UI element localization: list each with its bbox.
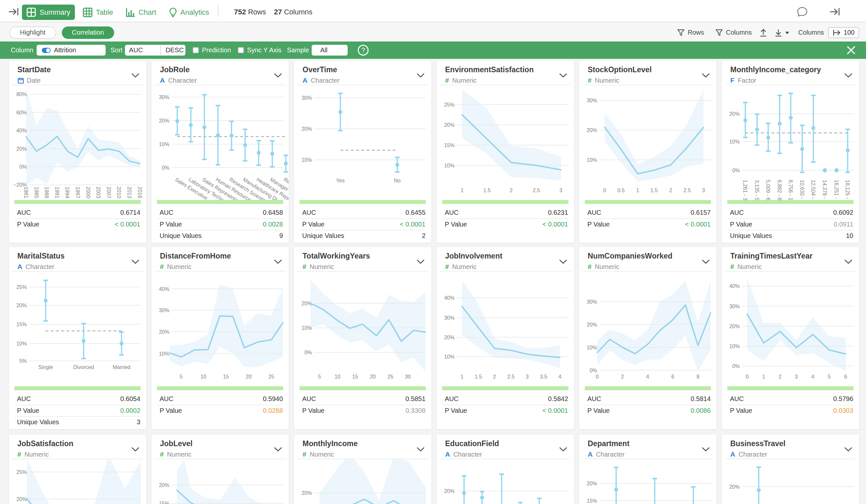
svg-text:20%: 20% (159, 118, 169, 124)
svg-text:20%: 20% (729, 324, 740, 329)
svg-text:20%: 20% (729, 484, 740, 490)
svg-text:30: 30 (405, 374, 411, 380)
svg-text:25: 25 (268, 374, 274, 380)
svg-text:16,251 -: 16,251 - (834, 180, 839, 199)
svg-text:14,378 -: 14,378 - (822, 180, 828, 199)
svg-text:10%: 10% (159, 351, 169, 357)
svg-text:20%: 20% (16, 496, 27, 502)
svg-text:3.5: 3.5 (540, 374, 547, 380)
svg-text:0%: 0% (732, 168, 740, 173)
svg-text:8: 8 (697, 374, 700, 380)
svg-text:6: 6 (844, 374, 847, 380)
svg-text:10%: 10% (587, 345, 597, 350)
svg-text:2: 2 (621, 374, 624, 380)
svg-text:2016: 2016 (137, 187, 143, 198)
svg-text:20%: 20% (587, 127, 597, 133)
svg-text:1991: 1991 (54, 187, 60, 198)
svg-text:20%: 20% (301, 126, 312, 132)
svg-text:20%: 20% (587, 322, 597, 327)
svg-text:20%: 20% (729, 111, 740, 117)
svg-text:No: No (394, 178, 401, 183)
svg-text:2.5: 2.5 (507, 374, 514, 380)
svg-text:10: 10 (200, 374, 206, 380)
svg-text:3: 3 (795, 374, 798, 380)
svg-text:1988: 1988 (44, 187, 49, 198)
svg-text:15%: 15% (444, 143, 455, 148)
svg-text:2000: 2000 (85, 187, 91, 198)
svg-text:15%: 15% (16, 322, 27, 327)
svg-text:20%: 20% (16, 146, 27, 152)
svg-text:30%: 30% (587, 98, 597, 103)
svg-text:6,882 - 8: 6,882 - 8 (777, 180, 782, 200)
svg-text:25%: 25% (444, 102, 455, 108)
svg-text:10: 10 (335, 374, 341, 380)
svg-text:25%: 25% (16, 469, 27, 475)
svg-text:10%: 10% (729, 139, 740, 145)
svg-text:25%: 25% (16, 284, 27, 290)
svg-text:3: 3 (559, 188, 563, 193)
svg-text:Divorced: Divorced (73, 365, 94, 370)
svg-text:10%: 10% (587, 157, 597, 163)
svg-text:15%: 15% (159, 501, 169, 504)
svg-text:20%: 20% (444, 122, 455, 128)
svg-text:0.5: 0.5 (618, 188, 625, 193)
svg-text:1985: 1985 (34, 187, 39, 198)
svg-text:30%: 30% (587, 299, 597, 305)
svg-text:2007: 2007 (106, 187, 112, 198)
svg-text:1994: 1994 (64, 187, 70, 198)
svg-text:20%: 20% (159, 329, 169, 335)
svg-text:2003: 2003 (96, 187, 101, 198)
svg-text:30%: 30% (159, 307, 169, 313)
svg-text:1: 1 (460, 374, 464, 380)
svg-text:4: 4 (558, 374, 562, 380)
svg-text:2: 2 (779, 374, 781, 380)
svg-text:0: 0 (603, 188, 606, 193)
svg-text:5,009 - 6: 5,009 - 6 (765, 180, 771, 200)
svg-text:1: 1 (461, 188, 464, 193)
svg-text:15: 15 (223, 374, 229, 380)
svg-text:2: 2 (510, 188, 513, 193)
svg-text:1,261 - 3: 1,261 - 3 (742, 180, 748, 200)
svg-text:1.5: 1.5 (484, 188, 490, 193)
svg-text:Yes: Yes (336, 178, 345, 183)
svg-text:10%: 10% (444, 354, 455, 359)
svg-text:20: 20 (370, 374, 376, 380)
svg-text:10%: 10% (301, 157, 312, 163)
svg-text:1.5: 1.5 (651, 188, 658, 193)
svg-text:10%: 10% (444, 163, 455, 168)
svg-text:25: 25 (388, 374, 393, 380)
svg-text:10%: 10% (729, 344, 740, 349)
svg-text:5: 5 (179, 374, 182, 380)
svg-text:10%: 10% (16, 341, 27, 346)
svg-text:3,135 - 5: 3,135 - 5 (754, 180, 760, 200)
svg-text:30%: 30% (444, 315, 455, 321)
svg-text:1: 1 (762, 374, 765, 380)
svg-text:4: 4 (811, 374, 814, 380)
svg-text:1981: 1981 (23, 187, 29, 198)
svg-text:2: 2 (669, 188, 673, 193)
svg-text:20%: 20% (587, 481, 597, 486)
svg-text:8,756 - 1: 8,756 - 1 (788, 180, 793, 200)
svg-text:10%: 10% (159, 142, 169, 147)
svg-text:40%: 40% (16, 128, 27, 133)
svg-text:18,125 -: 18,125 - (845, 180, 850, 199)
svg-text:15%: 15% (587, 498, 597, 504)
svg-text:4: 4 (646, 374, 649, 380)
svg-text:40%: 40% (729, 283, 740, 289)
svg-text:5: 5 (318, 374, 321, 380)
svg-text:5%: 5% (19, 358, 27, 364)
svg-text:10%: 10% (301, 325, 312, 331)
svg-text:20%: 20% (159, 482, 169, 488)
svg-text:2.5: 2.5 (533, 188, 540, 193)
svg-text:0%: 0% (732, 363, 740, 369)
svg-text:20: 20 (246, 374, 252, 380)
svg-text:1: 1 (636, 188, 639, 193)
svg-text:20%: 20% (301, 490, 312, 496)
svg-text:3: 3 (702, 188, 705, 193)
svg-text:Single: Single (38, 365, 53, 370)
svg-text:2: 2 (493, 374, 496, 380)
svg-text:40%: 40% (159, 286, 169, 292)
svg-text:6: 6 (671, 374, 674, 380)
svg-text:12,504 -: 12,504 - (810, 180, 816, 199)
svg-text:0%: 0% (162, 165, 169, 171)
